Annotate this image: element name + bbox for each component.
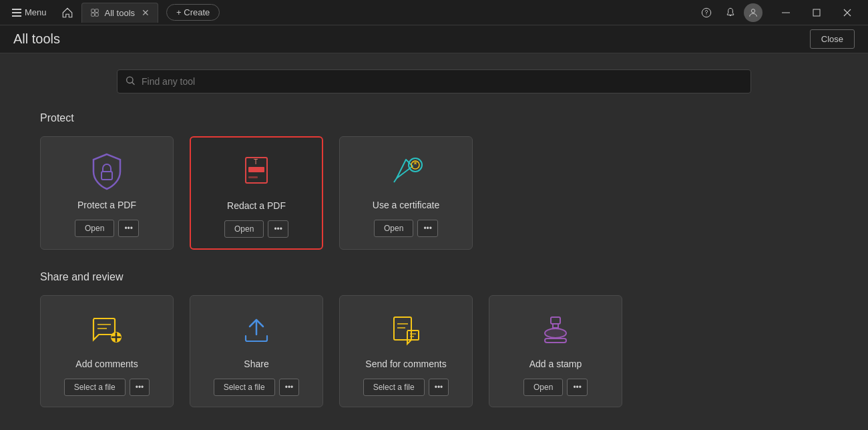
titlebar: Menu All tools ✕ + Create	[0, 0, 868, 25]
stamp-more-button[interactable]: •••	[567, 379, 588, 396]
protect-pdf-name: Protect a PDF	[77, 200, 136, 210]
svg-rect-5	[91, 13, 94, 17]
search-input[interactable]	[117, 69, 751, 93]
svg-text:T: T	[254, 158, 258, 166]
search-container	[117, 69, 751, 93]
close-panel-button[interactable]: Close	[810, 29, 855, 49]
svg-rect-0	[12, 9, 21, 10]
send-comments-select-button[interactable]: Select a file	[363, 379, 425, 396]
titlebar-right	[696, 0, 863, 25]
close-button[interactable]	[832, 0, 863, 25]
user-icon	[748, 7, 758, 18]
maximize-button[interactable]	[801, 0, 832, 25]
tool-card-redact-pdf: T Redact a PDF Open •••	[190, 136, 323, 250]
minimize-button[interactable]	[771, 0, 801, 25]
tool-card-protect-pdf: Protect a PDF Open •••	[40, 136, 174, 250]
tool-card-add-stamp: Add a stamp Open •••	[489, 295, 622, 407]
share-name: Share	[244, 359, 268, 369]
svg-point-38	[545, 329, 566, 338]
create-label: + Create	[176, 7, 210, 17]
active-tab: All tools ✕	[81, 3, 159, 23]
svg-rect-16	[101, 172, 112, 180]
notification-button[interactable]	[720, 3, 741, 22]
svg-rect-39	[545, 339, 566, 343]
redact-pdf-open-button[interactable]: Open	[224, 220, 264, 238]
protect-section-title: Protect	[40, 112, 828, 124]
bell-icon	[725, 7, 736, 18]
tool-card-use-certificate: Use a certificate Open •••	[339, 136, 473, 250]
svg-rect-36	[553, 324, 558, 328]
tools-icon	[90, 8, 99, 17]
add-comments-more-button[interactable]: •••	[130, 379, 150, 396]
svg-rect-3	[91, 9, 94, 13]
tool-card-send-for-comments: Send for comments Select a file •••	[339, 295, 473, 407]
redact-pdf-name: Redact a PDF	[227, 200, 286, 211]
redact-pdf-icon: T	[236, 152, 276, 192]
certificate-more-button[interactable]: •••	[417, 220, 438, 237]
share-review-section-title: Share and review	[40, 271, 828, 283]
protect-pdf-icon	[87, 152, 127, 192]
add-comments-select-button[interactable]: Select a file	[64, 379, 126, 396]
certificate-name: Use a certificate	[373, 200, 439, 210]
hamburger-icon	[12, 9, 21, 17]
tab-close-button[interactable]: ✕	[140, 7, 151, 18]
send-comments-name: Send for comments	[365, 359, 446, 369]
menu-button[interactable]: Menu	[5, 5, 53, 20]
send-comments-more-button[interactable]: •••	[429, 379, 449, 396]
protect-pdf-more-button[interactable]: •••	[118, 220, 139, 237]
share-select-button[interactable]: Select a file	[214, 379, 275, 396]
svg-rect-20	[248, 176, 258, 178]
add-comments-icon	[87, 310, 127, 351]
svg-rect-6	[95, 13, 98, 17]
protect-pdf-open-button[interactable]: Open	[75, 220, 114, 237]
add-comments-name: Add comments	[75, 359, 138, 369]
minimize-icon	[782, 9, 790, 17]
stamp-name: Add a stamp	[529, 359, 582, 369]
svg-rect-11	[813, 9, 820, 16]
svg-rect-30	[394, 317, 411, 340]
protect-pdf-actions: Open •••	[75, 220, 139, 237]
svg-rect-35	[551, 317, 560, 324]
svg-line-15	[132, 82, 134, 84]
svg-rect-1	[12, 12, 21, 13]
protect-section: Protect Protect a PDF Open	[40, 112, 828, 250]
app-title: All tools	[13, 31, 60, 47]
tab-label: All tools	[105, 8, 136, 18]
certificate-open-button[interactable]: Open	[374, 220, 413, 237]
svg-rect-4	[95, 9, 98, 13]
help-button[interactable]	[696, 3, 717, 22]
tool-card-add-comments: Add comments Select a file •••	[40, 295, 174, 407]
share-review-section: Share and review	[40, 271, 828, 407]
window-controls	[771, 0, 863, 25]
avatar-button[interactable]	[744, 3, 763, 22]
svg-point-9	[751, 9, 754, 12]
certificate-actions: Open •••	[374, 220, 438, 237]
share-icon	[236, 310, 276, 351]
home-button[interactable]	[56, 3, 79, 23]
share-more-button[interactable]: •••	[279, 379, 300, 396]
main-content: Protect Protect a PDF Open	[0, 53, 868, 430]
maximize-icon	[813, 9, 821, 17]
svg-point-8	[706, 14, 707, 15]
svg-rect-18	[248, 167, 264, 172]
tool-card-share: Share Select a file •••	[190, 295, 323, 407]
help-icon	[701, 7, 712, 18]
svg-line-21	[394, 178, 397, 182]
stamp-icon	[535, 310, 576, 351]
share-review-tools-row: Add comments Select a file •••	[40, 295, 828, 407]
app-header: All tools Close	[0, 25, 868, 53]
certificate-icon	[386, 152, 426, 192]
redact-pdf-more-button[interactable]: •••	[268, 220, 288, 238]
create-button[interactable]: + Create	[166, 4, 220, 21]
close-icon	[843, 9, 851, 17]
protect-tools-row: Protect a PDF Open ••• T	[40, 136, 828, 250]
menu-label: Menu	[25, 7, 47, 17]
send-comments-actions: Select a file •••	[363, 379, 449, 396]
stamp-open-button[interactable]: Open	[523, 379, 563, 396]
svg-rect-10	[782, 12, 790, 13]
svg-rect-2	[12, 15, 21, 17]
redact-pdf-actions: Open •••	[224, 220, 288, 238]
send-comments-icon	[386, 310, 426, 351]
add-comments-actions: Select a file •••	[64, 379, 150, 396]
titlebar-left: Menu All tools ✕ + Create	[5, 3, 696, 23]
